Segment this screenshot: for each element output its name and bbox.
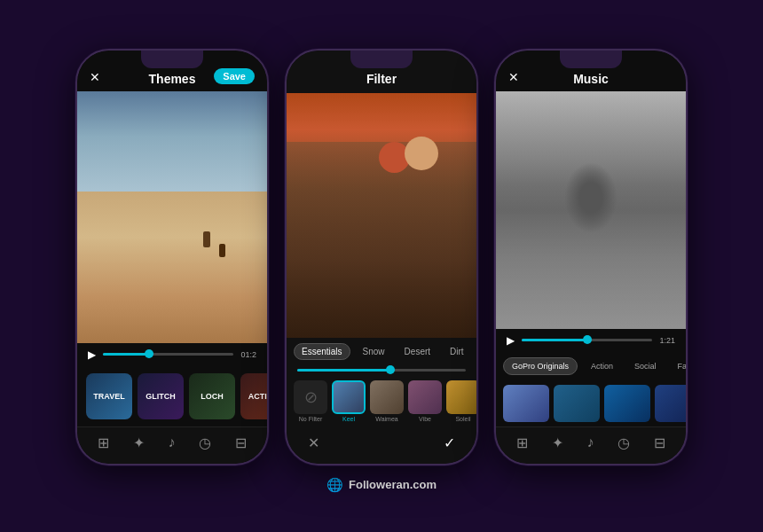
waimea-thumb-img — [370, 380, 404, 414]
clock-icon[interactable]: ◷ — [199, 434, 211, 451]
filter-confirm-icon[interactable]: ✓ — [444, 434, 455, 451]
themes-time-label: 01:2 — [240, 350, 256, 359]
couple-silhouette — [287, 142, 476, 338]
phone-music-inner: ✕ Music ▶ 1:21 — [496, 51, 686, 464]
music-play-icon[interactable]: ▶ — [507, 334, 515, 347]
music-progress-thumb — [583, 335, 592, 344]
music-thumb-4[interactable] — [655, 385, 686, 422]
couple-scene — [287, 93, 476, 338]
nofilter-label: No Filter — [299, 416, 322, 422]
music-play-bar: ▶ 1:21 — [496, 329, 686, 352]
footer-text: Followeran.com — [349, 478, 437, 491]
filter-tabs-row: Essentials Snow Desert Dirt Greenery — [287, 338, 476, 365]
music-thumb-3[interactable] — [604, 385, 650, 422]
water-scene — [496, 91, 686, 329]
filter-cancel-icon[interactable]: ✕ — [308, 434, 319, 451]
phone-themes-inner: ✕ Themes Save ▶ — [77, 51, 267, 464]
filter-video — [287, 93, 476, 338]
keel-label: Keel — [342, 416, 355, 422]
filter-thumb-waimea[interactable]: Waimea — [370, 380, 404, 422]
music-tab-family[interactable]: Fami... — [670, 357, 686, 375]
themes-bottom-toolbar: ⊞ ✦ ♪ ◷ ⊟ — [77, 426, 267, 464]
music-tab-social[interactable]: Social — [626, 357, 665, 375]
music-plus-icon[interactable]: ✦ — [552, 434, 563, 451]
phone-music: ✕ Music ▶ 1:21 — [494, 49, 688, 466]
music-note-icon[interactable]: ♪ — [586, 434, 594, 450]
grid-icon[interactable]: ⊞ — [98, 434, 109, 451]
music-close-icon[interactable]: ✕ — [508, 70, 519, 84]
music-tab-action[interactable]: Action — [583, 357, 621, 375]
music-progress-fill — [522, 339, 587, 341]
desert-scene — [77, 91, 267, 343]
music-bottom-toolbar: ⊞ ✦ ♪ ◷ ⊟ — [496, 426, 686, 464]
theme-tile-glitch[interactable]: GLITCH — [138, 373, 184, 419]
themes-close-icon[interactable]: ✕ — [90, 70, 100, 84]
music-thumbs-row: + — [496, 380, 686, 426]
music-grid-icon[interactable]: ⊞ — [516, 434, 528, 451]
filter-thumb-vibe[interactable]: Vibe — [408, 380, 442, 422]
music-video — [496, 91, 686, 329]
music-header: ✕ Music — [496, 51, 686, 91]
footer: 🌐 Followeran.com — [326, 477, 437, 493]
vibe-label: Vibe — [419, 416, 431, 422]
globe-icon: 🌐 — [326, 477, 343, 493]
themes-header: ✕ Themes Save — [77, 51, 267, 91]
travel-label: TRAVEL — [93, 392, 124, 401]
plus-icon[interactable]: ✦ — [133, 434, 145, 451]
theme-tile-loch[interactable]: LOCH — [189, 373, 235, 419]
music-clock-icon[interactable]: ◷ — [617, 434, 630, 451]
themes-progress-track[interactable] — [103, 353, 233, 356]
music-progress-track[interactable] — [522, 339, 652, 341]
phone-filter: Filter Essentials Snow Desert Dirt Green… — [285, 49, 478, 466]
themes-title: Themes — [149, 72, 196, 86]
figure2 — [219, 244, 225, 257]
soleil-thumb-img — [446, 380, 476, 414]
action-label: ACTION — [248, 392, 267, 401]
glitch-label: GLITCH — [146, 392, 176, 401]
filter-slider-fill — [297, 369, 390, 372]
music-time-label: 1:21 — [659, 336, 675, 345]
filter-tab-desert[interactable]: Desert — [397, 343, 437, 360]
filter-slider-track[interactable] — [297, 369, 466, 372]
keel-thumb-img — [332, 380, 366, 414]
filter-tab-dirt[interactable]: Dirt — [443, 343, 471, 360]
music-title: Music — [573, 72, 609, 86]
person-water — [564, 162, 617, 233]
filter-thumb-soleil[interactable]: Soleil — [446, 380, 476, 422]
music-icon[interactable]: ♪ — [168, 434, 175, 450]
filter-tab-essentials[interactable]: Essentials — [294, 343, 350, 360]
filter-title: Filter — [366, 72, 397, 86]
themes-video — [77, 91, 267, 343]
filter-thumbs-row: ⊘ No Filter Keel Waimea Vibe Solei — [287, 375, 476, 427]
theme-tile-action[interactable]: ACTION — [240, 373, 267, 419]
music-tabs-row: GoPro Originals Action Social Fami... — [496, 352, 686, 380]
filter-slider-thumb — [386, 365, 395, 374]
theme-tile-travel[interactable]: TRAVEL — [86, 373, 132, 419]
phone-filter-inner: Filter Essentials Snow Desert Dirt Green… — [287, 51, 476, 464]
filter-thumb-nofilter[interactable]: ⊘ No Filter — [294, 380, 327, 422]
themes-progress-thumb — [145, 349, 153, 358]
music-thumb-2[interactable] — [554, 385, 600, 422]
themes-progress-fill — [103, 353, 149, 356]
figure1 — [203, 231, 210, 247]
no-filter-icon: ⊘ — [294, 380, 327, 414]
phone-themes: ✕ Themes Save ▶ — [75, 49, 269, 466]
music-tab-gopro[interactable]: GoPro Originals — [503, 357, 578, 375]
themes-save-button[interactable]: Save — [214, 68, 255, 84]
filter-tab-snow[interactable]: Snow — [356, 343, 392, 360]
loch-label: LOCH — [201, 392, 224, 401]
themes-play-bar: ▶ 01:2 — [77, 343, 267, 366]
filter-header: Filter — [287, 51, 476, 93]
music-thumb-1[interactable] — [503, 385, 549, 422]
sky-clouds — [77, 91, 267, 205]
filter-bottom-bar: ✕ ✓ — [287, 427, 476, 464]
layers-icon[interactable]: ⊟ — [235, 434, 247, 451]
filter-slider-row — [287, 365, 476, 375]
waimea-label: Waimea — [375, 416, 397, 422]
filter-thumb-keel[interactable]: Keel — [332, 380, 366, 422]
music-layers-icon[interactable]: ⊟ — [654, 434, 665, 451]
soleil-label: Soleil — [455, 416, 470, 422]
themes-play-icon[interactable]: ▶ — [88, 348, 96, 361]
dunes — [77, 192, 267, 342]
vibe-thumb-img — [408, 380, 442, 414]
